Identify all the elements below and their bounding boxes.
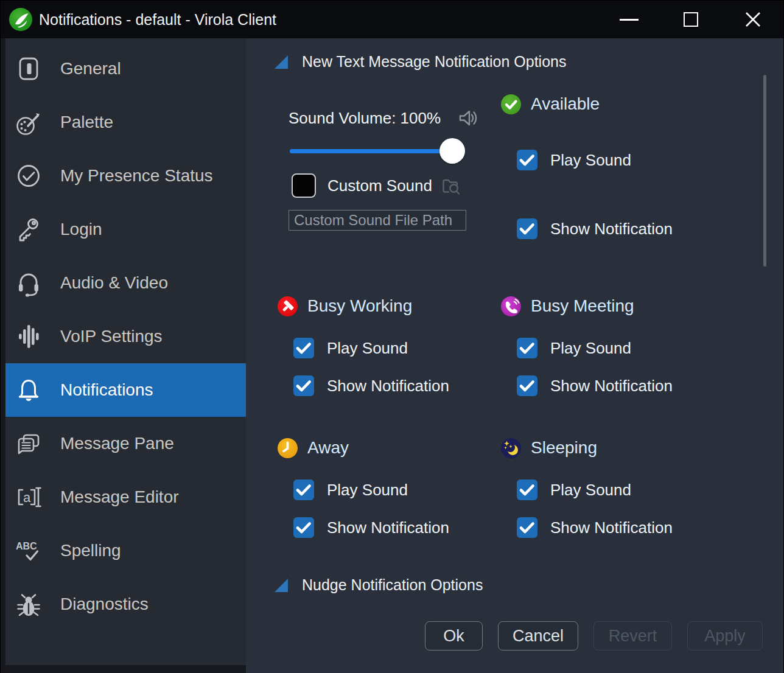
sidebar-item-palette[interactable]: Palette <box>5 96 246 149</box>
close-button[interactable] <box>741 7 765 32</box>
show-notification-checkbox[interactable] <box>293 375 314 396</box>
maximize-button[interactable] <box>679 7 703 32</box>
show-notification-label: Show Notification <box>550 377 673 396</box>
show-notification-label: Show Notification <box>550 518 673 537</box>
palette-icon <box>14 108 43 137</box>
show-notification-checkbox[interactable] <box>293 517 314 538</box>
volume-slider-thumb[interactable] <box>439 138 465 164</box>
message-editor-icon: a <box>14 483 43 512</box>
notifications-settings-panel: New Text Message Notification Options So… <box>246 38 783 673</box>
play-sound-checkbox[interactable] <box>517 479 537 500</box>
sidebar-item-message-pane[interactable]: Message Pane <box>5 417 246 470</box>
sidebar-item-label: General <box>60 59 121 78</box>
sidebar-item-presence-status[interactable]: My Presence Status <box>5 149 246 203</box>
waveform-icon <box>14 322 43 351</box>
sidebar-item-general[interactable]: General <box>5 42 246 96</box>
status-title: Away <box>307 438 349 458</box>
section-title: New Text Message Notification Options <box>302 53 566 71</box>
away-status-icon <box>278 438 298 458</box>
sidebar-item-label: Palette <box>60 113 113 132</box>
sidebar-item-audio-video[interactable]: Audio & Video <box>5 256 246 310</box>
ok-button[interactable]: Ok <box>425 621 483 650</box>
custom-sound-checkbox[interactable] <box>292 173 316 198</box>
window-controls <box>617 1 765 38</box>
svg-text:a: a <box>23 490 31 505</box>
show-notification-checkbox[interactable] <box>517 218 537 239</box>
sound-volume-row: Sound Volume: 100% <box>289 106 478 130</box>
sidebar-item-label: My Presence Status <box>60 166 213 186</box>
away-show-notification-row: Show Notification <box>293 517 449 538</box>
sleeping-show-notification-row: Show Notification <box>517 517 673 538</box>
play-sound-checkbox[interactable] <box>293 479 314 500</box>
sidebar-item-label: Login <box>60 220 102 239</box>
custom-sound-row: Custom Sound <box>292 173 432 198</box>
status-block-busy-working: Busy Working Play Sound Show Notificatio… <box>278 296 449 413</box>
spelling-check-icon: ABC <box>14 536 43 565</box>
sidebar-item-label: Audio & Video <box>60 273 168 293</box>
show-notification-label: Show Notification <box>327 377 449 396</box>
minimize-button[interactable] <box>617 7 641 32</box>
show-notification-checkbox[interactable] <box>517 375 537 396</box>
play-sound-checkbox[interactable] <box>517 338 537 358</box>
play-sound-label: Play Sound <box>327 339 408 358</box>
section-collapse-triangle-icon[interactable] <box>275 55 288 69</box>
sidebar-item-message-editor[interactable]: a Message Editor <box>5 470 246 524</box>
status-title: Busy Meeting <box>531 296 634 316</box>
available-play-sound-row: Play Sound <box>517 150 673 170</box>
sidebar-item-notifications[interactable]: Notifications <box>5 363 246 417</box>
away-play-sound-row: Play Sound <box>293 479 449 500</box>
play-sound-label: Play Sound <box>550 151 631 170</box>
busy-meeting-play-sound-row: Play Sound <box>517 338 673 358</box>
bug-icon <box>14 590 43 619</box>
general-icon <box>14 54 43 83</box>
status-title: Sleeping <box>531 438 597 458</box>
status-title: Busy Working <box>307 296 412 316</box>
show-notification-label: Show Notification <box>550 220 673 239</box>
play-sound-checkbox[interactable] <box>517 150 537 170</box>
window-body: General Palette <box>1 38 783 673</box>
show-notification-checkbox[interactable] <box>517 517 537 538</box>
custom-sound-label: Custom Sound <box>327 176 432 195</box>
titlebar: Notifications - default - Virola Client <box>1 1 783 38</box>
section-text-message-options: New Text Message Notification Options <box>275 53 566 71</box>
volume-slider-track[interactable] <box>290 149 465 153</box>
volume-slider[interactable] <box>290 138 465 164</box>
speaker-icon[interactable] <box>455 106 478 130</box>
play-sound-checkbox[interactable] <box>293 338 314 358</box>
presence-status-icon <box>14 161 43 190</box>
sleeping-status-icon <box>501 438 521 458</box>
sidebar-item-label: VoIP Settings <box>60 327 163 346</box>
revert-button[interactable]: Revert <box>593 621 672 650</box>
play-sound-label: Play Sound <box>550 481 631 500</box>
browse-sound-file-icon[interactable] <box>438 174 461 197</box>
sidebar-item-diagnostics[interactable]: Diagnostics <box>5 577 246 631</box>
bell-icon <box>14 375 43 405</box>
sound-volume-label: Sound Volume: 100% <box>289 109 441 128</box>
custom-sound-file-path-input[interactable] <box>289 210 466 231</box>
sidebar-item-label: Notifications <box>60 380 153 400</box>
sleeping-play-sound-row: Play Sound <box>517 479 673 500</box>
sidebar-item-voip-settings[interactable]: VoIP Settings <box>5 310 246 363</box>
status-block-sleeping: Sleeping Play Sound Show Notification <box>501 438 673 555</box>
available-show-notification-row: Show Notification <box>517 218 673 239</box>
sidebar-item-label: Message Editor <box>60 487 179 507</box>
cancel-button[interactable]: Cancel <box>498 621 578 650</box>
section-collapse-triangle-icon[interactable] <box>275 579 288 592</box>
sidebar-item-label: Diagnostics <box>60 595 149 614</box>
dialog-buttons: Ok Cancel Revert Apply <box>425 621 763 650</box>
sidebar-item-spelling[interactable]: ABC Spelling <box>5 524 246 577</box>
sidebar-item-login[interactable]: Login <box>5 203 246 256</box>
settings-window: Notifications - default - Virola Client … <box>0 0 784 673</box>
status-block-away: Away Play Sound Show Notification <box>278 438 449 555</box>
vertical-scrollbar-thumb[interactable] <box>763 75 766 267</box>
status-block-available: Available Play Sound Show Notification <box>501 94 673 287</box>
message-pane-icon <box>14 429 43 458</box>
virola-logo-icon <box>9 8 32 31</box>
busy-working-play-sound-row: Play Sound <box>293 338 449 358</box>
headset-icon <box>14 268 43 298</box>
busy-meeting-show-notification-row: Show Notification <box>517 375 673 396</box>
apply-button[interactable]: Apply <box>687 621 763 650</box>
play-sound-label: Play Sound <box>550 339 631 358</box>
status-title: Available <box>531 94 600 114</box>
window-title: Notifications - default - Virola Client <box>39 11 276 29</box>
